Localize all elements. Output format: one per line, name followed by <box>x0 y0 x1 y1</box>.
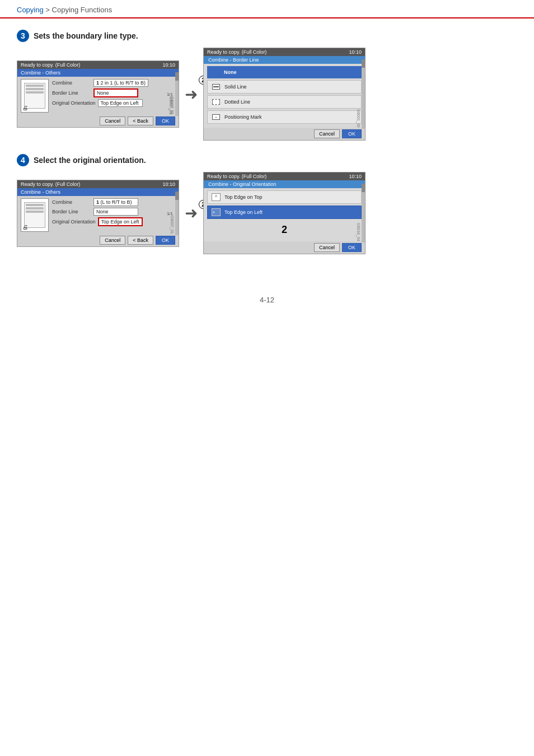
preview-line-3 <box>26 91 44 94</box>
step3-left-time: 10:10 <box>162 62 175 68</box>
step3-right-scrollbar <box>362 59 365 129</box>
step3-left-body: 🖨 Combine 1 2 in 1 (L to R/T to B) Borde… <box>17 77 179 115</box>
step4-title: Select the original orientation. <box>34 156 146 165</box>
step4-right-body: A Top Edge on Top A Top Edge on Left <box>204 188 365 241</box>
step4-left-header: Ready to copy. (Full Color) 10:10 <box>17 180 179 188</box>
step4-left-screenid: G6007_01 <box>170 216 174 234</box>
step4-right-tab: Combine - Original Orientation <box>204 180 365 188</box>
solid-line-icon <box>212 84 220 90</box>
step3-right-footer: Cancel OK <box>204 128 365 140</box>
step3-dotted-icon <box>211 98 221 106</box>
step3-right-screen: Ready to copy. (Full Color) 10:10 Combin… <box>203 48 366 141</box>
dotted-line-icon <box>212 99 220 105</box>
step4-left-preview: 🖨 <box>21 198 49 232</box>
breadcrumb-link[interactable]: Copying <box>17 6 44 14</box>
step4-left-tab: Combine - Others <box>17 188 179 196</box>
preview-line-a <box>26 204 44 206</box>
breadcrumb-current: Copying Functions <box>52 6 113 14</box>
step4-left-icon: A <box>211 208 221 216</box>
preview-line-c <box>26 211 44 213</box>
step4-num-badge-inline: 1 <box>96 199 99 205</box>
step3-panel-row: Ready to copy. (Full Color) 10:10 Combin… <box>17 48 517 141</box>
preview-line-1 <box>26 85 44 87</box>
step4-border-label: Border Line <box>52 209 91 214</box>
step4-item-left[interactable]: A Top Edge on Left <box>207 206 362 219</box>
preview-line-b <box>26 207 44 209</box>
step3-right-cancel[interactable]: Cancel <box>314 129 340 138</box>
step3-left-back[interactable]: < Back <box>128 116 153 125</box>
step4-panel-row: Ready to copy. (Full Color) 10:10 Combin… <box>17 172 517 254</box>
step4-right-scrollbar <box>362 184 365 242</box>
step4-left-status: Ready to copy. (Full Color) <box>21 181 80 187</box>
preview-line-2 <box>26 88 44 90</box>
step3-none-label: None <box>224 69 237 75</box>
breadcrumb-separator: > <box>44 6 52 14</box>
step4-right-screen: Ready to copy. (Full Color) 10:10 Combin… <box>203 172 366 254</box>
step3-border-value[interactable]: None <box>93 88 138 97</box>
step3-combine-value: 1 2 in 1 (L to R/T to B) <box>93 79 148 87</box>
step4-top-label: Top Edge on Top <box>224 194 262 200</box>
step3-left-fields: Combine 1 2 in 1 (L to R/T to B) Border … <box>52 79 175 113</box>
step3-none-icon <box>210 68 221 76</box>
step3-left-tab: Combine - Others <box>17 69 179 77</box>
step4-left-scroll-thumb <box>175 192 179 200</box>
step3-number: 3 <box>17 30 29 42</box>
step4-left-body: 🖨 Combine 1 (L to R/T to B) Border Line … <box>17 196 179 234</box>
step3-right-wrapper: 2 Ready to copy. (Full Color) 10:10 Comb… <box>203 48 366 141</box>
step4-left-label: Top Edge on Left <box>224 209 263 215</box>
step4-border-value[interactable]: None <box>93 208 138 216</box>
step3-right-ok[interactable]: OK <box>342 129 362 138</box>
step3-right-header: Ready to copy. (Full Color) 10:10 <box>204 48 365 56</box>
step3-right-status: Ready to copy. (Full Color) <box>207 49 266 55</box>
step4-left-screen: Ready to copy. (Full Color) 10:10 Combin… <box>17 180 179 247</box>
step4-num-indicator: 2 <box>207 221 362 239</box>
step3-left-footer: Cancel < Back OK <box>17 115 179 127</box>
step4-combine-label: Combine <box>52 199 91 205</box>
content-area: 3 Sets the boundary line type. Ready to … <box>0 18 534 279</box>
step3-orientation-value[interactable]: Top Edge on Left <box>98 99 143 107</box>
step4-left-scrollbar <box>175 192 179 235</box>
step4-orientation-row: Original Orientation Top Edge on Left <box>52 217 175 226</box>
step3-right-scroll-thumb <box>362 59 365 68</box>
step3-left-counter: 1/1 <box>167 92 173 97</box>
step3-right-body: None Solid Line <box>204 64 365 128</box>
step4-orientation-label: Original Orientation <box>52 219 96 225</box>
step3-pos-label: Positioning Mark <box>224 114 262 120</box>
step4-orientation-value[interactable]: Top Edge on Left <box>98 217 143 226</box>
step3-left-scroll-thumb <box>175 72 179 81</box>
step3-border-label: Border Line <box>52 90 91 96</box>
step3-item-none[interactable]: None <box>207 66 362 78</box>
step4-right-time: 10:10 <box>349 174 362 179</box>
step3-left-screen: Ready to copy. (Full Color) 10:10 Combin… <box>17 60 179 128</box>
step4-right-cancel[interactable]: Cancel <box>314 243 340 252</box>
step4-combine-row: Combine 1 (L to R/T to B) <box>52 198 175 206</box>
step4-right-wrapper: 2 Ready to copy. (Full Color) 10:10 Comb… <box>203 172 366 254</box>
step4-right-ok[interactable]: OK <box>342 243 362 252</box>
step3-left-ok[interactable]: OK <box>156 116 175 125</box>
step4-item-top[interactable]: A Top Edge on Top <box>207 190 362 204</box>
step3-solid-icon <box>211 83 221 91</box>
step3-item-pos[interactable]: + Positioning Mark <box>207 110 362 124</box>
step4-left-footer: Cancel < Back OK <box>17 234 179 246</box>
step4-number: 4 <box>17 154 29 166</box>
step3-title: Sets the boundary line type. <box>34 31 138 40</box>
step3-right-time: 10:10 <box>349 49 362 55</box>
step4-left-ok[interactable]: OK <box>156 236 175 245</box>
step3-right-tab: Combine - Border Line <box>204 56 365 64</box>
step3-left-status: Ready to copy. (Full Color) <box>21 62 80 68</box>
step3-item-solid[interactable]: Solid Line <box>207 80 362 94</box>
step4-top-icon: A <box>211 193 221 201</box>
step4-left-time: 10:10 <box>162 181 175 187</box>
page-number: 4-12 <box>0 296 534 304</box>
pos-mark-icon: + <box>212 114 220 120</box>
breadcrumb: Copying > Copying Functions <box>0 0 534 18</box>
step4-right-scroll-thumb <box>362 184 365 192</box>
step4-left-back[interactable]: < Back <box>128 236 153 245</box>
step3-solid-label: Solid Line <box>224 84 247 90</box>
step4-left-cancel[interactable]: Cancel <box>100 236 125 245</box>
step3-item-dotted[interactable]: Dotted Line <box>207 95 362 109</box>
step3-num-badge-inline: 1 <box>96 80 99 86</box>
step4-right-status: Ready to copy. (Full Color) <box>207 174 266 179</box>
step3-left-header: Ready to copy. (Full Color) 10:10 <box>17 61 179 69</box>
step3-left-cancel[interactable]: Cancel <box>100 116 125 125</box>
